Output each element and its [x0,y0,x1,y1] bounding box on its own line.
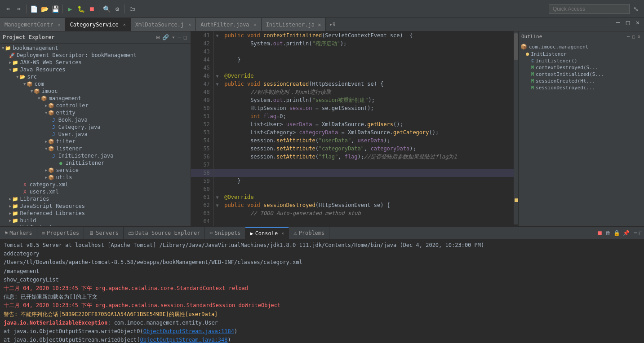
stop-icon[interactable]: ⏹ [596,229,603,237]
tab-management-close[interactable]: ✕ [58,22,60,27]
tree-com[interactable]: ▼ 📦 com [0,80,191,88]
code-content[interactable] [221,161,518,169]
toolbar-save[interactable]: 💾 [51,4,60,13]
outline-method-contextinitialized[interactable]: M contextInitialized(S... [519,71,644,78]
editor-vscrollbar[interactable] [514,31,518,224]
tab-problems[interactable]: ⚠ Problems [289,227,329,239]
toolbar-back[interactable]: ⬅ [4,4,13,13]
tab-markers[interactable]: ⚑ Markers [0,227,37,239]
editor-close[interactable]: ✕ [633,18,642,27]
maximize-bottom-icon[interactable]: □ [639,230,642,236]
minimize-icon[interactable]: ─ [177,33,182,41]
toolbar-forward[interactable]: ➡ [14,4,23,13]
code-content[interactable]: List<Category> categoryData = XmlDataSou… [221,128,518,136]
code-content[interactable] [221,185,518,193]
tab-categoryservice[interactable]: CategoryService ✕ [65,18,130,31]
tree-service[interactable]: ▶ 📦 service [0,167,191,174]
code-content[interactable]: // TODO Auto-generated method stub [221,209,518,217]
code-content[interactable]: HttpSession session = se.getSession(); [221,104,518,112]
collapse-all-icon[interactable]: ⊟ [155,33,160,41]
tree-libraries[interactable]: ▶ 📁 Libraries [0,195,191,202]
outline-method-contextdestroyed[interactable]: M contextDestroyed(S... [519,64,644,71]
tab-xmldatasource[interactable]: XmlDataSource.j ✕ [131,18,196,31]
code-content[interactable]: session.setAttribute("categoryData", cat… [221,145,518,153]
tree-build[interactable]: ▶ 📁 build [0,217,191,224]
exception-link[interactable]: java.io.NotSerializableException [4,320,107,326]
toolbar-fullscreen[interactable]: ⤡ [631,4,640,13]
fold-marker[interactable]: ▼ [213,80,221,88]
tab-console[interactable]: ▶ Console ✕ [245,227,289,239]
toolbar-search[interactable]: 🔍 [102,4,111,13]
code-content[interactable]: System.out.println("程序启动"); [221,40,518,48]
outline-constructor[interactable]: C InitListener() [519,57,644,64]
code-content[interactable] [221,169,518,177]
outline-method-sessiondestroyed[interactable]: M sessionDestroyed(... [519,84,644,91]
link-editor-icon[interactable]: 🔗 [161,33,170,41]
tree-imooc[interactable]: ▼ 📦 imooc [0,88,191,95]
tree-management[interactable]: ▼ 📦 management [0,95,191,102]
outline-collapse-icon[interactable]: ─ [626,33,631,40]
toolbar-settings[interactable]: ⚙ [113,4,122,13]
tree-category-xml[interactable]: X category.xml [0,181,191,188]
toolbar-run[interactable]: ▶ [66,4,75,13]
tree-user-java[interactable]: J User.java [0,131,191,138]
clear-icon[interactable]: 🗑 [605,230,611,236]
outline-class[interactable]: ● InitListener [519,50,644,57]
tab-authfilter-close[interactable]: ✕ [254,22,257,27]
code-content[interactable]: @Override [221,72,518,80]
tab-properties[interactable]: ≡ Properties [37,227,84,239]
toolbar-new[interactable]: 📄 [29,4,38,13]
tab-management[interactable]: ManagementContr ✕ [0,18,65,31]
code-content[interactable]: session.setAttribute("flag", flag);//是否登… [221,153,518,161]
stack-link-2[interactable]: ObjectOutputStream.java:348 [140,337,227,343]
tree-initlistener-java[interactable]: J InitListener.java [0,152,191,159]
code-content[interactable]: public void sessionDestroyed(HttpSession… [221,201,518,209]
outline-method-sessioncreated[interactable]: M sessionCreated(Ht... [519,78,644,84]
tree-js-resources[interactable]: ▶ 📁 JavaScript Resources [0,202,191,210]
code-content[interactable]: @Override [221,193,518,201]
tab-snippets[interactable]: ✂ Snippets [205,227,245,239]
code-content[interactable]: } [221,56,518,64]
toolbar-perspective[interactable]: 🗂 [128,4,137,13]
tree-deployment[interactable]: 🚀 Deployment Descriptor: bookManagement [0,52,191,59]
code-content[interactable]: System.out.println("session被重新创建"); [221,96,518,104]
fold-marker[interactable]: ▼ [213,193,221,201]
tab-datasource[interactable]: 🗃 Data Source Explorer [124,227,205,239]
minimize-bottom-icon[interactable]: ─ [634,230,637,236]
code-content[interactable] [221,217,518,225]
fold-marker[interactable]: ▼ [213,72,221,80]
stack-link-1[interactable]: ObjectOutputStream.java:1184 [143,328,234,334]
code-content[interactable]: public void contextInitialized(ServletCo… [221,31,518,40]
code-content[interactable] [221,64,518,72]
tab-xmldatasource-close[interactable]: ✕ [188,22,191,27]
code-content[interactable]: //程序初始化时，对xml进行读取 [221,88,518,96]
tab-initlistener[interactable]: InitListener.ja ✕ [262,18,326,31]
fold-marker[interactable]: ▼ [213,31,221,40]
console-output[interactable]: Tomcat v8.5 Server at localhost [Apache … [0,239,644,343]
maximize-icon[interactable]: □ [183,33,188,41]
quick-access-input[interactable] [549,4,630,14]
outline-package[interactable]: 📦 com.imooc.management [519,43,644,50]
toolbar-stop[interactable]: ⏹ [87,4,96,13]
tree-book-java[interactable]: J Book.java [0,116,191,123]
view-menu-icon[interactable]: ▾ [171,33,176,41]
tree-listener[interactable]: ▼ 📦 listener [0,145,191,152]
tree-utils[interactable]: ▶ 📦 utils [0,174,191,181]
toolbar-debug[interactable]: 🐛 [76,4,85,13]
toolbar-open[interactable]: 📂 [40,4,49,13]
code-content[interactable]: session.setAttribute("userData", userDat… [221,136,518,145]
tree-src[interactable]: ▼ 📂 src [0,73,191,80]
tree-jaxws[interactable]: ▶ 📁 JAX-WS Web Services [0,59,191,66]
code-content[interactable]: } [221,177,518,185]
tree-bookmanagement[interactable]: ▼ 📁 bookmanagement [0,44,191,52]
code-content[interactable]: public void sessionCreated(HttpSessionEv… [221,80,518,88]
scroll-lock-icon[interactable]: 🔒 [613,230,620,236]
tree-category-java[interactable]: J Category.java [0,123,191,131]
fold-marker[interactable]: ▼ [213,201,221,209]
outline-max-icon[interactable]: □ [631,33,636,40]
editor-minimize[interactable]: ─ [613,18,622,27]
editor-maximize[interactable]: □ [623,18,632,27]
tree-users-xml[interactable]: X users.xml [0,188,191,195]
console-close-icon[interactable]: ✕ [281,231,284,236]
tree-entity[interactable]: ▼ 📦 entity [0,109,191,116]
